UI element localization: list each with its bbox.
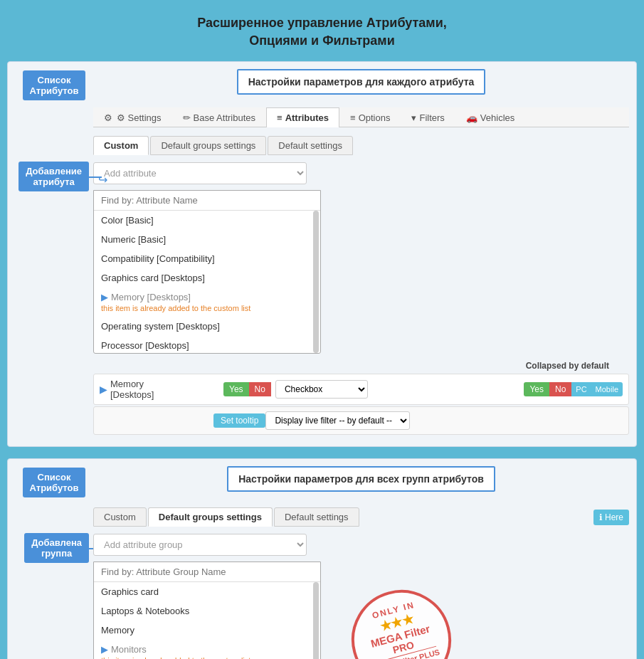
dropdown-scroll-area[interactable]: Color [Basic] Numeric [Basic] Compatibil… — [94, 211, 320, 353]
panel2-header-info: Настройки параметров для всех групп атри… — [227, 466, 495, 492]
panel1-tabs: ⚙ ⚙ Settings ✏ Base Attributes ≡ Attribu… — [93, 107, 629, 127]
group-item-graphics[interactable]: Graphics card — [94, 582, 320, 601]
yes-no-btns: Yes No — [223, 382, 271, 396]
panel2-sub-tab-default-settings[interactable]: Default settings — [274, 507, 359, 527]
pc-collapsed[interactable]: PC — [571, 382, 591, 396]
stamp-plus: MEGA Filter PLUS — [373, 648, 440, 659]
dropdown-item-memory[interactable]: ▶ Memory [Desktops] this item is already… — [94, 288, 320, 317]
yes-collapsed[interactable]: Yes — [524, 382, 549, 396]
sub-tab-default-settings[interactable]: Default settings — [268, 136, 353, 155]
tab-filters[interactable]: ▾ Filters — [401, 107, 455, 127]
type-select-wrapper: Checkbox — [275, 380, 368, 399]
group-arrow-icon: ▶ — [101, 644, 108, 655]
collapsed-by-default-header: Collapsed by default — [526, 361, 609, 371]
tab-attributes[interactable]: ≡ Attributes — [266, 107, 339, 127]
tab-base-attributes[interactable]: ✏ Base Attributes — [172, 107, 266, 127]
memory-attr-name: Memory[Desktops] — [110, 379, 154, 400]
dropdown-item-os[interactable]: Operating system [Desktops] — [94, 317, 320, 336]
panel2-add-label: Добавлена группа — [24, 533, 89, 563]
filter-select[interactable]: Display live filter -- by default -- — [265, 411, 410, 430]
add-group-select[interactable]: Add attribute group — [93, 534, 307, 556]
panel1-list-label: Список Атрибутов — [23, 70, 86, 100]
collapsed-btns: Yes No PC Mobile — [524, 382, 623, 396]
panel2-sub-tab-custom[interactable]: Custom — [93, 507, 147, 527]
stamp-only-top: ONLY IN — [371, 600, 416, 621]
yes-button[interactable]: Yes — [223, 382, 249, 396]
stamp-divider — [374, 646, 436, 659]
dropdown-item-numeric[interactable]: Numeric [Basic] — [94, 230, 320, 249]
attr-row-controls: Set tooltip Display live filter -- by de… — [93, 406, 629, 435]
tab-options[interactable]: ≡ Options — [339, 107, 401, 127]
set-tooltip-button[interactable]: Set tooltip — [213, 413, 265, 428]
arrow-right-icon: ▶ — [101, 292, 108, 302]
dropdown-item-graphics[interactable]: Graphics card [Desktops] — [94, 268, 320, 288]
stamp-mega: MEGA Filter — [369, 622, 431, 649]
group-dropdown-search[interactable] — [94, 562, 320, 582]
sub-tab-custom[interactable]: Custom — [93, 136, 149, 155]
arrow-icon: ▶ — [100, 384, 107, 395]
table-header: Collapsed by default — [93, 361, 629, 371]
panel2-sub-tab-default-groups[interactable]: Default groups settings — [148, 507, 273, 527]
sub-tab-default-groups[interactable]: Default groups settings — [150, 136, 266, 155]
group-dropdown-list: Graphics card Laptops & Notebooks Memory… — [93, 562, 321, 659]
add-group-row: Add attribute group — [93, 534, 629, 556]
group-already-added: this item is already added to the custom… — [101, 656, 250, 659]
page-title: Расширенное управление Атрибутами, Опция… — [7, 14, 637, 50]
group-item-laptops[interactable]: Laptops & Notebooks — [94, 601, 320, 621]
dropdown-item-compatibility[interactable]: Compatibility [Compatibility] — [94, 249, 320, 268]
already-added-notice: this item is already added to the custom… — [101, 304, 250, 312]
attribute-table-row: ▶ Memory[Desktops] Yes No Checkbox Yes N… — [93, 374, 629, 405]
stamp-star: ★★★ — [378, 611, 415, 635]
stamp: ONLY IN ★★★ MEGA Filter PRO MEGA Filter … — [340, 579, 462, 659]
here-button[interactable]: ℹ ℹ HereHere — [593, 510, 629, 525]
dropdown-search-input[interactable] — [94, 191, 320, 211]
mobile-collapsed[interactable]: Mobile — [591, 382, 623, 396]
panel1-add-label: Добавление атрибута — [19, 162, 89, 191]
group-dropdown-scroll[interactable]: Graphics card Laptops & Notebooks Memory… — [94, 582, 320, 659]
no-collapsed[interactable]: No — [549, 382, 571, 396]
no-button[interactable]: No — [249, 382, 271, 396]
panel-2: Список Атрибутов Настройки параметров дл… — [7, 458, 637, 659]
panel2-list-label: Список Атрибутов — [23, 468, 86, 497]
group-item-memory[interactable]: Memory — [94, 621, 320, 640]
panel1-header-info: Настройки параметров для каждого атрибут… — [237, 69, 486, 95]
panel-1: Список Атрибутов Настройки параметров дл… — [7, 61, 637, 447]
add-attribute-select[interactable]: Add attribute — [93, 162, 307, 184]
group-item-monitors[interactable]: ▶ Monitors this item is already added to… — [94, 640, 320, 659]
type-select[interactable]: Checkbox — [275, 380, 368, 399]
tab-vehicles[interactable]: 🚗 Vehicles — [455, 107, 525, 127]
stamp-overlay: ONLY IN ★★★ MEGA Filter PRO MEGA Filter … — [340, 579, 462, 659]
panel1-sub-tabs: Custom Default groups settings Default s… — [93, 136, 629, 155]
add-attribute-row: Add attribute — [93, 162, 629, 184]
dropdown-item-processor[interactable]: Processor [Desktops] — [94, 336, 320, 353]
dropdown-item-color[interactable]: Color [Basic] — [94, 211, 320, 230]
panel2-sub-tabs: Custom Default groups settings Default s… — [93, 507, 629, 527]
stamp-pro: PRO — [391, 639, 415, 655]
attribute-dropdown-list: Color [Basic] Numeric [Basic] Compatibil… — [93, 190, 321, 354]
tab-settings[interactable]: ⚙ ⚙ Settings — [93, 107, 172, 127]
